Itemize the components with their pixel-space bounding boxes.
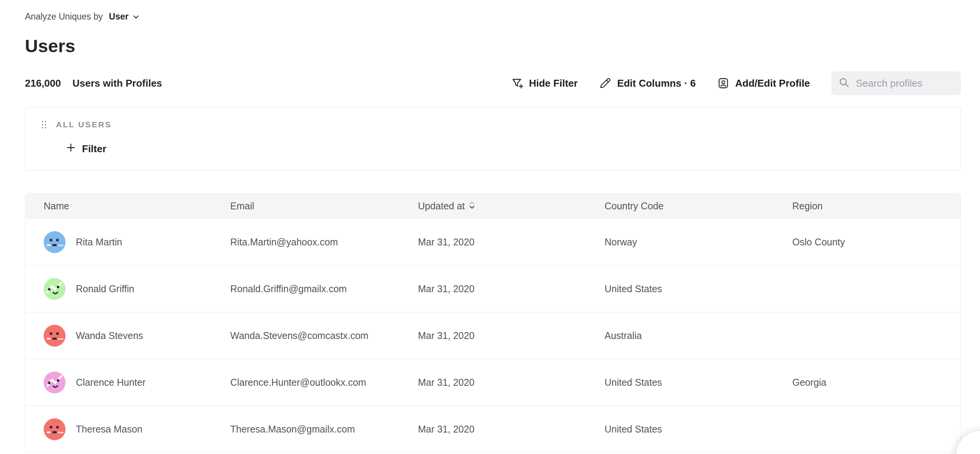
user-region: Oslo County <box>792 237 960 248</box>
column-header-region-label: Region <box>792 201 823 212</box>
hide-filter-label: Hide Filter <box>529 77 578 89</box>
name-cell: Clarence Hunter <box>44 372 230 393</box>
plus-icon <box>66 143 76 155</box>
user-updated-at: Mar 31, 2020 <box>418 377 605 388</box>
table-row[interactable]: Ronald Griffin Ronald.Griffin@gmailx.com… <box>25 266 960 313</box>
column-header-email-label: Email <box>230 201 254 212</box>
user-email: Theresa.Mason@gmailx.com <box>230 424 418 435</box>
filter-group-row: ALL USERS <box>41 120 960 130</box>
name-cell: Theresa Mason <box>44 418 230 440</box>
search-profiles-input[interactable] <box>856 77 954 89</box>
edit-columns-button[interactable]: Edit Columns · 6 <box>599 77 696 89</box>
user-avatar <box>44 418 66 440</box>
user-email: Wanda.Stevens@comcastx.com <box>230 330 418 341</box>
funnel-plus-icon <box>511 77 523 89</box>
filter-group-label: ALL USERS <box>56 120 112 129</box>
table-row[interactable]: Rita Martin Rita.Martin@yahoox.com Mar 3… <box>25 219 960 266</box>
user-country-code: United States <box>605 377 792 388</box>
table-row[interactable]: Wanda Stevens Wanda.Stevens@comcastx.com… <box>25 313 960 359</box>
table-header-row: Name Email Updated at Country Code Regio… <box>25 193 960 219</box>
name-cell: Ronald Griffin <box>44 278 230 300</box>
user-email: Rita.Martin@yahoox.com <box>230 237 418 248</box>
user-country-code: Australia <box>605 330 792 341</box>
hide-filter-button[interactable]: Hide Filter <box>511 77 578 89</box>
column-header-region[interactable]: Region <box>792 201 960 212</box>
name-cell: Wanda Stevens <box>44 325 230 347</box>
user-updated-at: Mar 31, 2020 <box>418 283 605 294</box>
add-edit-profile-label: Add/Edit Profile <box>735 77 810 89</box>
search-profiles-box <box>831 71 961 95</box>
users-table: Name Email Updated at Country Code Regio… <box>25 193 961 453</box>
user-name: Ronald Griffin <box>76 283 134 294</box>
profile-count-group: 216,000 Users with Profiles <box>25 77 162 89</box>
table-row[interactable]: Theresa Mason Theresa.Mason@gmailx.com M… <box>25 406 960 453</box>
sort-icon <box>469 200 475 213</box>
analyze-uniques-bar: Analyze Uniques by User <box>25 12 961 22</box>
add-filter-button[interactable]: Filter <box>66 143 107 155</box>
search-icon <box>838 77 850 90</box>
column-header-country-code-label: Country Code <box>605 201 664 212</box>
user-updated-at: Mar 31, 2020 <box>418 424 605 435</box>
profile-count-label: Users with Profiles <box>72 77 162 89</box>
column-header-updated-at-label: Updated at <box>418 201 465 212</box>
column-header-email[interactable]: Email <box>230 201 418 212</box>
user-email: Clarence.Hunter@outlookx.com <box>230 377 418 388</box>
page-title: Users <box>25 36 980 56</box>
user-country-code: United States <box>605 424 792 435</box>
user-name: Clarence Hunter <box>76 377 146 388</box>
user-avatar <box>44 231 66 253</box>
analyze-by-dropdown[interactable]: User <box>109 12 140 22</box>
user-country-code: Norway <box>605 237 792 248</box>
analyze-by-value: User <box>109 12 128 22</box>
profile-card-icon <box>717 77 729 89</box>
user-avatar <box>44 278 66 300</box>
user-updated-at: Mar 31, 2020 <box>418 237 605 248</box>
user-name: Wanda Stevens <box>76 330 143 341</box>
analyze-uniques-label: Analyze Uniques by <box>25 12 103 22</box>
user-name: Theresa Mason <box>76 424 143 435</box>
add-filter-label: Filter <box>82 143 107 155</box>
user-region: Georgia <box>792 377 960 388</box>
user-updated-at: Mar 31, 2020 <box>418 330 605 341</box>
user-avatar <box>44 325 66 347</box>
name-cell: Rita Martin <box>44 231 230 253</box>
column-header-country-code[interactable]: Country Code <box>605 201 792 212</box>
edit-columns-label: Edit Columns · 6 <box>617 77 696 89</box>
column-header-updated-at[interactable]: Updated at <box>418 200 605 213</box>
table-row[interactable]: Clarence Hunter Clarence.Hunter@outlookx… <box>25 359 960 406</box>
drag-handle-icon[interactable] <box>41 120 48 130</box>
profile-count: 216,000 <box>25 77 61 89</box>
toolbar: Hide Filter Edit Columns · 6 Add/Edit Pr… <box>511 71 961 95</box>
filter-panel: ALL USERS Filter <box>25 107 961 171</box>
column-header-name[interactable]: Name <box>44 201 230 212</box>
column-header-name-label: Name <box>44 201 69 212</box>
pencil-icon <box>599 77 611 89</box>
stats-toolbar-row: 216,000 Users with Profiles Hide Filter … <box>25 71 961 95</box>
user-avatar <box>44 372 66 393</box>
user-name: Rita Martin <box>76 237 122 248</box>
add-edit-profile-button[interactable]: Add/Edit Profile <box>717 77 810 89</box>
chevron-down-icon <box>132 13 140 21</box>
user-country-code: United States <box>605 283 792 294</box>
user-email: Ronald.Griffin@gmailx.com <box>230 283 418 294</box>
